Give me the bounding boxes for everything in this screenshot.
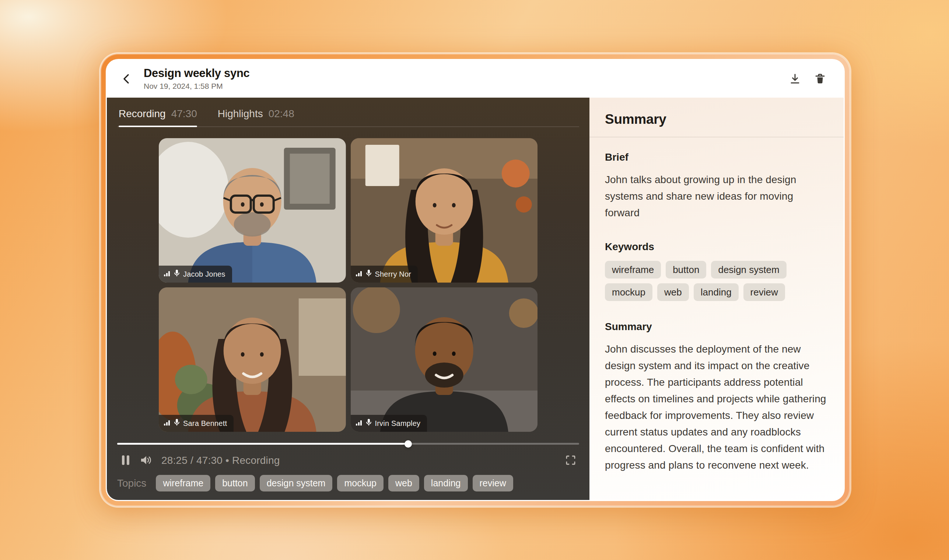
- keyword-chip[interactable]: mockup: [605, 283, 652, 301]
- tab-highlights-label: Highlights: [218, 108, 263, 120]
- progress-handle[interactable]: [405, 440, 412, 448]
- participant-name: Sherry Nor: [375, 270, 412, 278]
- pause-icon: [121, 455, 131, 467]
- video-tile-irvin-sampley[interactable]: Irvin Sampley: [351, 288, 538, 432]
- video-tile-sherry-nor[interactable]: Sherry Nor: [351, 138, 538, 283]
- progress-bar[interactable]: [117, 443, 579, 445]
- microphone-icon: [174, 269, 180, 279]
- meeting-date: Nov 19, 2024, 1:58 PM: [144, 82, 250, 91]
- title-block: Design weekly sync Nov 19, 2024, 1:58 PM: [144, 67, 250, 91]
- summary-content: Brief John talks about growing up in the…: [589, 137, 844, 488]
- participant-badge: Irvin Sampley: [351, 415, 428, 432]
- video-grid: Jacob Jones: [159, 138, 537, 432]
- topic-chip[interactable]: design system: [260, 475, 333, 491]
- topics-chips: wireframebuttondesign systemmockupweblan…: [156, 475, 513, 491]
- keyword-chip[interactable]: web: [657, 283, 689, 301]
- chevron-left-icon: [120, 72, 133, 85]
- signal-bars-icon: [163, 420, 171, 428]
- microphone-icon: [366, 418, 372, 428]
- trash-icon: [814, 73, 826, 85]
- download-icon: [789, 73, 801, 85]
- tab-recording[interactable]: Recording 47:30: [118, 108, 197, 126]
- fullscreen-button[interactable]: [562, 452, 579, 469]
- keyword-chip[interactable]: design system: [711, 261, 786, 278]
- topic-chip[interactable]: wireframe: [156, 475, 210, 491]
- main-content: Recording 47:30 Highlights 02:48: [107, 98, 844, 500]
- header: Design weekly sync Nov 19, 2024, 1:58 PM: [107, 60, 844, 98]
- microphone-icon: [174, 418, 180, 428]
- brief-text: John talks about growing up in the desig…: [605, 171, 828, 221]
- page-title: Design weekly sync: [144, 67, 250, 80]
- topic-chip[interactable]: landing: [424, 475, 468, 491]
- participant-badge: Sara Bennett: [159, 415, 234, 432]
- download-button[interactable]: [786, 70, 804, 88]
- keywords-chips: wireframebuttondesign systemmockupweblan…: [605, 261, 826, 301]
- playback-time-status: 28:25 / 47:30 • Recording: [161, 455, 280, 466]
- signal-bars-icon: [355, 420, 363, 428]
- video-tile-jacob-jones[interactable]: Jacob Jones: [159, 138, 346, 283]
- keyword-chip[interactable]: landing: [694, 283, 739, 301]
- participant-name: Irvin Sampley: [375, 419, 421, 428]
- microphone-icon: [366, 269, 372, 279]
- volume-button[interactable]: [138, 452, 155, 469]
- keyword-chip[interactable]: button: [666, 261, 706, 278]
- recording-player-panel: Recording 47:30 Highlights 02:48: [107, 98, 589, 500]
- summary-header: Summary: [589, 98, 844, 137]
- desktop-background: Design weekly sync Nov 19, 2024, 1:58 PM: [0, 0, 949, 560]
- topics-row: Topics wireframebuttondesign systemmocku…: [117, 475, 579, 491]
- participant-badge: Sherry Nor: [351, 266, 418, 283]
- tab-recording-duration: 47:30: [171, 108, 197, 120]
- app-window: Design weekly sync Nov 19, 2024, 1:58 PM: [106, 59, 845, 501]
- summary-text: John discusses the deployment of the new…: [605, 341, 828, 474]
- participant-name: Sara Bennett: [183, 419, 227, 428]
- summary-panel-title: Summary: [605, 112, 828, 127]
- tab-highlights-duration: 02:48: [269, 108, 294, 120]
- topics-label: Topics: [117, 477, 146, 489]
- summary-section: Summary John discusses the deployment of…: [605, 321, 828, 474]
- brief-section: Brief John talks about growing up in the…: [605, 151, 828, 221]
- topic-chip[interactable]: button: [215, 475, 255, 491]
- keywords-section: Keywords wireframebuttondesign systemmoc…: [605, 241, 828, 301]
- pause-button[interactable]: [117, 452, 134, 469]
- brief-heading: Brief: [605, 151, 828, 163]
- topic-chip[interactable]: mockup: [337, 475, 383, 491]
- signal-bars-icon: [163, 271, 171, 278]
- delete-button[interactable]: [811, 70, 829, 88]
- app-window-frame: Design weekly sync Nov 19, 2024, 1:58 PM: [101, 54, 850, 506]
- back-button[interactable]: [118, 70, 135, 88]
- signal-bars-icon: [355, 271, 363, 278]
- player-tabs: Recording 47:30 Highlights 02:48: [117, 98, 579, 127]
- playback-controls: 28:25 / 47:30 • Recording: [117, 452, 579, 469]
- summary-heading: Summary: [605, 321, 828, 333]
- participant-video-placeholder: [351, 138, 538, 283]
- participant-name: Jacob Jones: [183, 270, 226, 278]
- tab-recording-label: Recording: [118, 108, 166, 120]
- video-tile-sara-bennett[interactable]: Sara Bennett: [159, 288, 346, 432]
- keyword-chip[interactable]: wireframe: [605, 261, 661, 278]
- progress-fill: [117, 443, 408, 445]
- speaker-icon: [140, 455, 152, 467]
- keyword-chip[interactable]: review: [743, 283, 785, 301]
- header-actions: [786, 70, 829, 88]
- fullscreen-icon: [565, 455, 576, 467]
- topic-chip[interactable]: web: [388, 475, 419, 491]
- summary-panel: Summary Brief John talks about growing u…: [589, 98, 844, 500]
- participant-badge: Jacob Jones: [159, 266, 232, 283]
- participant-video-placeholder: [351, 288, 538, 432]
- tab-highlights[interactable]: Highlights 02:48: [218, 108, 294, 126]
- topic-chip[interactable]: review: [473, 475, 513, 491]
- keywords-heading: Keywords: [605, 241, 828, 253]
- participant-video-placeholder: [159, 138, 346, 283]
- participant-video-placeholder: [159, 288, 346, 432]
